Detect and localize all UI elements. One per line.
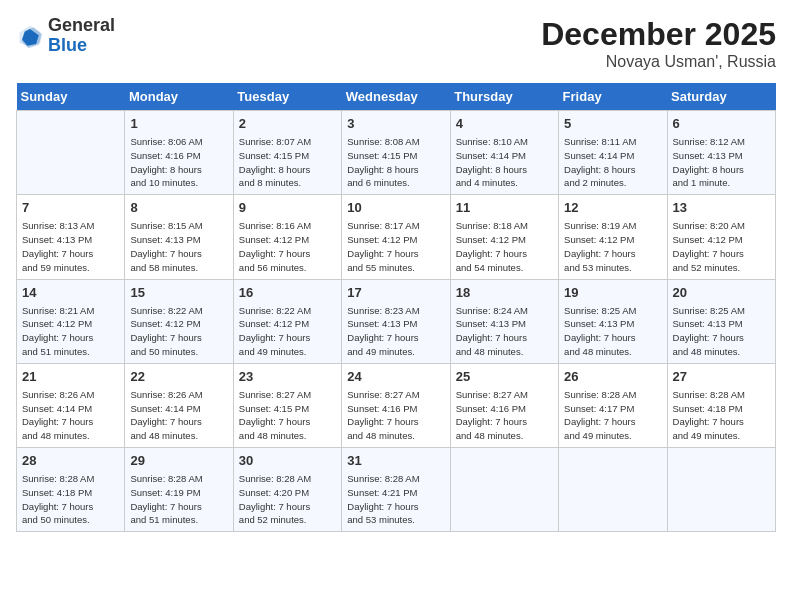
day-number: 23: [239, 368, 336, 386]
day-info: Sunrise: 8:28 AMSunset: 4:17 PMDaylight:…: [564, 388, 661, 443]
calendar-cell: 5Sunrise: 8:11 AMSunset: 4:14 PMDaylight…: [559, 111, 667, 195]
day-number: 4: [456, 115, 553, 133]
day-info: Sunrise: 8:13 AMSunset: 4:13 PMDaylight:…: [22, 219, 119, 274]
day-info: Sunrise: 8:12 AMSunset: 4:13 PMDaylight:…: [673, 135, 770, 190]
title-block: December 2025 Novaya Usman', Russia: [541, 16, 776, 71]
day-info: Sunrise: 8:17 AMSunset: 4:12 PMDaylight:…: [347, 219, 444, 274]
day-info: Sunrise: 8:27 AMSunset: 4:15 PMDaylight:…: [239, 388, 336, 443]
calendar-cell: 16Sunrise: 8:22 AMSunset: 4:12 PMDayligh…: [233, 279, 341, 363]
day-number: 16: [239, 284, 336, 302]
calendar-cell: 2Sunrise: 8:07 AMSunset: 4:15 PMDaylight…: [233, 111, 341, 195]
calendar-cell: 1Sunrise: 8:06 AMSunset: 4:16 PMDaylight…: [125, 111, 233, 195]
calendar-cell: [17, 111, 125, 195]
calendar-cell: 22Sunrise: 8:26 AMSunset: 4:14 PMDayligh…: [125, 363, 233, 447]
day-info: Sunrise: 8:25 AMSunset: 4:13 PMDaylight:…: [564, 304, 661, 359]
calendar-cell: 23Sunrise: 8:27 AMSunset: 4:15 PMDayligh…: [233, 363, 341, 447]
calendar-cell: 9Sunrise: 8:16 AMSunset: 4:12 PMDaylight…: [233, 195, 341, 279]
calendar-cell: 6Sunrise: 8:12 AMSunset: 4:13 PMDaylight…: [667, 111, 775, 195]
day-info: Sunrise: 8:08 AMSunset: 4:15 PMDaylight:…: [347, 135, 444, 190]
page-header: General Blue December 2025 Novaya Usman'…: [16, 16, 776, 71]
calendar-week-row: 28Sunrise: 8:28 AMSunset: 4:18 PMDayligh…: [17, 448, 776, 532]
day-number: 22: [130, 368, 227, 386]
calendar-week-row: 7Sunrise: 8:13 AMSunset: 4:13 PMDaylight…: [17, 195, 776, 279]
day-number: 24: [347, 368, 444, 386]
calendar-table: SundayMondayTuesdayWednesdayThursdayFrid…: [16, 83, 776, 532]
day-number: 19: [564, 284, 661, 302]
day-info: Sunrise: 8:19 AMSunset: 4:12 PMDaylight:…: [564, 219, 661, 274]
calendar-cell: 21Sunrise: 8:26 AMSunset: 4:14 PMDayligh…: [17, 363, 125, 447]
day-info: Sunrise: 8:28 AMSunset: 4:19 PMDaylight:…: [130, 472, 227, 527]
day-number: 6: [673, 115, 770, 133]
calendar-cell: 30Sunrise: 8:28 AMSunset: 4:20 PMDayligh…: [233, 448, 341, 532]
day-info: Sunrise: 8:24 AMSunset: 4:13 PMDaylight:…: [456, 304, 553, 359]
calendar-cell: 25Sunrise: 8:27 AMSunset: 4:16 PMDayligh…: [450, 363, 558, 447]
calendar-cell: [450, 448, 558, 532]
day-number: 11: [456, 199, 553, 217]
calendar-body: 1Sunrise: 8:06 AMSunset: 4:16 PMDaylight…: [17, 111, 776, 532]
calendar-cell: [667, 448, 775, 532]
day-number: 26: [564, 368, 661, 386]
location-subtitle: Novaya Usman', Russia: [541, 53, 776, 71]
day-info: Sunrise: 8:07 AMSunset: 4:15 PMDaylight:…: [239, 135, 336, 190]
day-info: Sunrise: 8:25 AMSunset: 4:13 PMDaylight:…: [673, 304, 770, 359]
day-info: Sunrise: 8:28 AMSunset: 4:18 PMDaylight:…: [673, 388, 770, 443]
calendar-week-row: 1Sunrise: 8:06 AMSunset: 4:16 PMDaylight…: [17, 111, 776, 195]
logo-text: General Blue: [48, 16, 115, 56]
day-info: Sunrise: 8:23 AMSunset: 4:13 PMDaylight:…: [347, 304, 444, 359]
calendar-cell: 12Sunrise: 8:19 AMSunset: 4:12 PMDayligh…: [559, 195, 667, 279]
header-day-saturday: Saturday: [667, 83, 775, 111]
day-info: Sunrise: 8:06 AMSunset: 4:16 PMDaylight:…: [130, 135, 227, 190]
day-info: Sunrise: 8:26 AMSunset: 4:14 PMDaylight:…: [22, 388, 119, 443]
day-number: 27: [673, 368, 770, 386]
calendar-cell: [559, 448, 667, 532]
calendar-week-row: 14Sunrise: 8:21 AMSunset: 4:12 PMDayligh…: [17, 279, 776, 363]
calendar-cell: 18Sunrise: 8:24 AMSunset: 4:13 PMDayligh…: [450, 279, 558, 363]
day-info: Sunrise: 8:28 AMSunset: 4:18 PMDaylight:…: [22, 472, 119, 527]
calendar-cell: 13Sunrise: 8:20 AMSunset: 4:12 PMDayligh…: [667, 195, 775, 279]
day-number: 28: [22, 452, 119, 470]
day-number: 29: [130, 452, 227, 470]
calendar-cell: 24Sunrise: 8:27 AMSunset: 4:16 PMDayligh…: [342, 363, 450, 447]
calendar-week-row: 21Sunrise: 8:26 AMSunset: 4:14 PMDayligh…: [17, 363, 776, 447]
day-number: 25: [456, 368, 553, 386]
calendar-header: SundayMondayTuesdayWednesdayThursdayFrid…: [17, 83, 776, 111]
calendar-cell: 14Sunrise: 8:21 AMSunset: 4:12 PMDayligh…: [17, 279, 125, 363]
day-number: 3: [347, 115, 444, 133]
day-number: 17: [347, 284, 444, 302]
day-number: 15: [130, 284, 227, 302]
day-number: 31: [347, 452, 444, 470]
day-info: Sunrise: 8:21 AMSunset: 4:12 PMDaylight:…: [22, 304, 119, 359]
logo: General Blue: [16, 16, 115, 56]
calendar-cell: 17Sunrise: 8:23 AMSunset: 4:13 PMDayligh…: [342, 279, 450, 363]
day-info: Sunrise: 8:22 AMSunset: 4:12 PMDaylight:…: [239, 304, 336, 359]
day-info: Sunrise: 8:26 AMSunset: 4:14 PMDaylight:…: [130, 388, 227, 443]
calendar-cell: 27Sunrise: 8:28 AMSunset: 4:18 PMDayligh…: [667, 363, 775, 447]
day-number: 12: [564, 199, 661, 217]
day-info: Sunrise: 8:27 AMSunset: 4:16 PMDaylight:…: [456, 388, 553, 443]
calendar-cell: 31Sunrise: 8:28 AMSunset: 4:21 PMDayligh…: [342, 448, 450, 532]
day-number: 7: [22, 199, 119, 217]
calendar-cell: 15Sunrise: 8:22 AMSunset: 4:12 PMDayligh…: [125, 279, 233, 363]
calendar-cell: 7Sunrise: 8:13 AMSunset: 4:13 PMDaylight…: [17, 195, 125, 279]
calendar-cell: 8Sunrise: 8:15 AMSunset: 4:13 PMDaylight…: [125, 195, 233, 279]
calendar-cell: 10Sunrise: 8:17 AMSunset: 4:12 PMDayligh…: [342, 195, 450, 279]
day-number: 13: [673, 199, 770, 217]
header-day-friday: Friday: [559, 83, 667, 111]
calendar-cell: 20Sunrise: 8:25 AMSunset: 4:13 PMDayligh…: [667, 279, 775, 363]
logo-icon: [16, 22, 44, 50]
day-number: 8: [130, 199, 227, 217]
calendar-cell: 4Sunrise: 8:10 AMSunset: 4:14 PMDaylight…: [450, 111, 558, 195]
header-day-monday: Monday: [125, 83, 233, 111]
day-number: 5: [564, 115, 661, 133]
day-info: Sunrise: 8:20 AMSunset: 4:12 PMDaylight:…: [673, 219, 770, 274]
day-number: 1: [130, 115, 227, 133]
calendar-cell: 29Sunrise: 8:28 AMSunset: 4:19 PMDayligh…: [125, 448, 233, 532]
header-day-sunday: Sunday: [17, 83, 125, 111]
day-number: 21: [22, 368, 119, 386]
day-number: 30: [239, 452, 336, 470]
calendar-cell: 11Sunrise: 8:18 AMSunset: 4:12 PMDayligh…: [450, 195, 558, 279]
header-day-wednesday: Wednesday: [342, 83, 450, 111]
day-info: Sunrise: 8:28 AMSunset: 4:21 PMDaylight:…: [347, 472, 444, 527]
day-info: Sunrise: 8:11 AMSunset: 4:14 PMDaylight:…: [564, 135, 661, 190]
day-number: 2: [239, 115, 336, 133]
